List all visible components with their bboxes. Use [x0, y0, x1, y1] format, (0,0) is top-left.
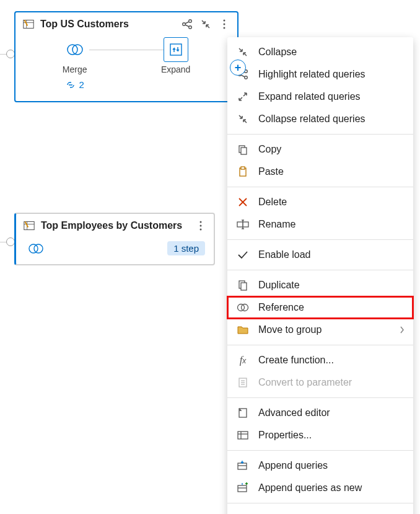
svg-line-26	[241, 75, 245, 77]
menu-divider	[227, 187, 413, 187]
table-icon	[24, 220, 35, 231]
menu-paste[interactable]: Paste	[227, 161, 413, 183]
svg-point-18	[200, 225, 202, 227]
chevron-right-icon	[400, 326, 405, 334]
step-connector	[89, 50, 164, 50]
duplicate-icon	[236, 278, 250, 292]
card-title: Top US Customers	[40, 19, 175, 30]
merge-icon	[27, 242, 45, 255]
svg-point-24	[245, 76, 248, 79]
more-menu-icon[interactable]	[219, 19, 230, 30]
svg-point-17	[200, 221, 202, 223]
menu-highlight-related[interactable]: Highlight related queries	[227, 63, 413, 86]
svg-rect-13	[170, 44, 182, 55]
svg-rect-46	[238, 432, 248, 439]
svg-line-6	[185, 22, 189, 24]
menu-convert-to-parameter: Convert to parameter	[227, 371, 413, 394]
svg-rect-49	[238, 463, 247, 469]
svg-point-4	[189, 20, 192, 23]
advanced-editor-icon	[236, 406, 250, 420]
menu-divider	[227, 397, 413, 398]
reference-count: 2	[79, 79, 84, 90]
collapse-icon	[236, 45, 250, 59]
menu-copy[interactable]: Copy	[227, 138, 413, 161]
svg-line-7	[185, 25, 189, 27]
menu-append-queries[interactable]: Append queries	[227, 454, 413, 477]
step-merge[interactable]: Merge 2	[63, 37, 87, 90]
query-card-top-employees[interactable]: Top Employees by Customers 1 step	[14, 213, 215, 265]
copy-icon	[236, 143, 250, 156]
svg-rect-51	[238, 485, 247, 492]
merge-queries-icon	[236, 512, 250, 514]
merge-icon	[66, 42, 84, 57]
menu-move-to-group[interactable]: Move to group	[227, 319, 413, 341]
menu-create-function[interactable]: fx Create function...	[227, 349, 413, 371]
svg-point-8	[224, 20, 225, 22]
menu-delete[interactable]: Delete	[227, 191, 413, 213]
svg-point-19	[200, 229, 202, 231]
expand-icon	[168, 42, 183, 57]
menu-merge-queries[interactable]: Merge queries	[227, 507, 413, 514]
menu-divider	[227, 239, 413, 240]
menu-collapse[interactable]: Collapse	[227, 41, 413, 63]
menu-divider	[227, 503, 413, 503]
menu-reference[interactable]: Reference	[227, 296, 413, 319]
svg-point-20	[29, 244, 38, 253]
menu-expand-related[interactable]: Expand related queries	[227, 86, 413, 108]
svg-rect-38	[241, 283, 247, 290]
menu-collapse-related[interactable]: Collapse related queries	[227, 108, 413, 130]
append-icon	[236, 459, 250, 472]
folder-icon	[236, 323, 250, 337]
properties-icon	[236, 428, 250, 442]
share-icon[interactable]	[182, 19, 193, 30]
svg-point-3	[183, 23, 186, 26]
collapse-arrows-icon	[236, 112, 250, 126]
step-expand-label: Expand	[161, 64, 190, 74]
delete-icon	[236, 195, 250, 209]
step-merge-label: Merge	[63, 64, 87, 74]
svg-rect-28	[241, 148, 247, 154]
step-count-badge: 1 step	[167, 241, 205, 255]
menu-enable-load[interactable]: Enable load	[227, 244, 413, 266]
menu-duplicate[interactable]: Duplicate	[227, 274, 413, 296]
menu-rename[interactable]: Rename	[227, 213, 413, 236]
card2-input-node	[6, 237, 15, 246]
paste-icon	[236, 165, 250, 179]
svg-rect-30	[241, 167, 245, 169]
function-icon: fx	[236, 353, 250, 367]
checkmark-icon	[236, 248, 250, 262]
add-step-button[interactable]: +	[230, 60, 246, 76]
card-title: Top Employees by Customers	[41, 220, 189, 231]
svg-point-5	[189, 26, 192, 29]
more-menu-icon[interactable]	[195, 220, 206, 231]
card1-input-node	[6, 50, 15, 58]
menu-divider	[227, 134, 413, 135]
menu-properties[interactable]: Properties...	[227, 424, 413, 446]
svg-point-10	[224, 27, 225, 29]
menu-advanced-editor[interactable]: Advanced editor	[227, 402, 413, 424]
svg-point-21	[34, 244, 43, 253]
append-new-icon	[236, 481, 250, 495]
parameter-icon	[236, 376, 250, 389]
collapse-arrows-icon[interactable]	[200, 19, 211, 30]
reference-icon	[236, 301, 250, 314]
menu-divider	[227, 270, 413, 270]
step-expand[interactable]: Expand	[161, 37, 190, 74]
svg-point-9	[224, 24, 225, 25]
expand-arrows-icon	[236, 90, 250, 104]
menu-append-queries-new[interactable]: Append queries as new	[227, 477, 413, 499]
rename-icon	[236, 218, 250, 231]
query-context-menu: Collapse Highlight related queries Expan…	[227, 37, 413, 514]
menu-divider	[227, 345, 413, 345]
reference-badge[interactable]: 2	[65, 79, 84, 90]
table-icon	[23, 19, 34, 30]
query-card-top-us-customers[interactable]: Top US Customers Merge 2	[14, 11, 238, 102]
menu-divider	[227, 450, 413, 451]
